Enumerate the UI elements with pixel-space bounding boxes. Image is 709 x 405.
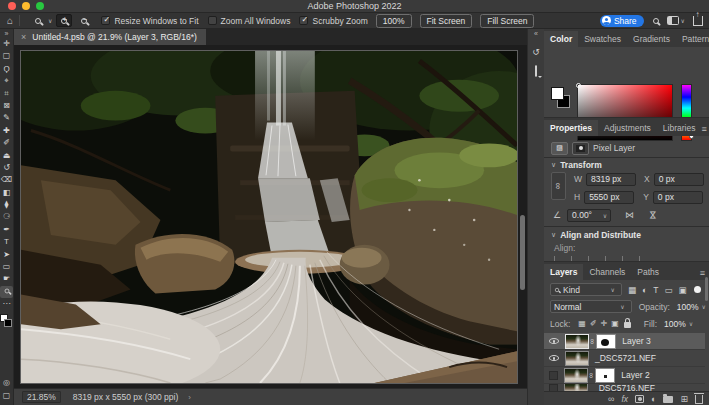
lock-position-icon[interactable]: ✛ bbox=[601, 319, 608, 328]
angle-field[interactable]: 0.00° ∨ bbox=[567, 209, 611, 222]
zoom-all-windows-checkbox[interactable]: Zoom All Windows bbox=[208, 16, 291, 26]
document-tab[interactable]: × Untitled-4.psb @ 21.9% (Layer 3, RGB/1… bbox=[14, 29, 206, 45]
lock-artboard-icon[interactable]: ▣ bbox=[611, 319, 619, 328]
flip-vertical-icon[interactable]: ⋈ bbox=[648, 211, 658, 220]
zoom-out-button[interactable]: − bbox=[76, 14, 92, 27]
tab-patterns[interactable]: Patterns bbox=[676, 31, 709, 47]
layer-thumbnail[interactable] bbox=[564, 368, 588, 383]
crop-tool[interactable]: ⌗ bbox=[0, 88, 13, 100]
tab-libraries[interactable]: Libraries bbox=[657, 120, 702, 136]
dodge-tool[interactable]: ⚆ bbox=[0, 211, 13, 223]
comments-panel-icon[interactable] bbox=[535, 66, 537, 76]
filter-pixel-layers-icon[interactable]: ▦ bbox=[628, 285, 636, 295]
lock-pixels-icon[interactable]: ✐ bbox=[590, 319, 597, 328]
path-selection-tool[interactable]: ➤ bbox=[0, 249, 13, 261]
pen-tool[interactable]: ✒ bbox=[0, 224, 13, 236]
marquee-tool[interactable]: ▢ bbox=[0, 50, 13, 62]
panel-menu-icon[interactable]: ≡ bbox=[700, 268, 705, 278]
quick-mask-button[interactable]: ◎ bbox=[0, 377, 13, 389]
document-canvas[interactable] bbox=[20, 50, 518, 384]
home-icon[interactable]: ⌂ bbox=[7, 15, 13, 26]
layer-mask-thumbnail[interactable] bbox=[595, 368, 615, 383]
link-layers-icon[interactable]: ∞ bbox=[608, 394, 614, 404]
brush-tool[interactable]: ✐ bbox=[0, 137, 13, 149]
share-button[interactable]: Share bbox=[600, 15, 644, 27]
new-adjustment-layer-icon[interactable]: ◐ bbox=[651, 394, 656, 404]
status-chevron-icon[interactable]: › bbox=[188, 393, 191, 402]
tab-gradients[interactable]: Gradients bbox=[627, 31, 676, 47]
tab-swatches[interactable]: Swatches bbox=[578, 31, 627, 47]
layer-row-layer2[interactable]: ∞ Layer 2 bbox=[544, 367, 705, 384]
y-field[interactable]: 0 px bbox=[653, 191, 703, 204]
zoom-level-field[interactable]: 21.85% bbox=[22, 391, 61, 403]
expand-toolbar-icon[interactable]: » bbox=[5, 29, 9, 38]
eyedropper-tool[interactable]: ✎ bbox=[0, 112, 13, 124]
search-button[interactable] bbox=[653, 18, 659, 24]
blur-tool[interactable]: ⧫ bbox=[0, 199, 13, 211]
shape-tool[interactable]: ▭ bbox=[0, 261, 13, 273]
add-layer-mask-icon[interactable] bbox=[635, 395, 644, 403]
eraser-tool[interactable]: ⌫ bbox=[0, 174, 13, 186]
tab-properties[interactable]: Properties bbox=[544, 120, 598, 136]
layer-name[interactable]: Layer 3 bbox=[622, 336, 650, 346]
collapse-panels-icon[interactable]: « bbox=[534, 29, 538, 38]
type-tool[interactable]: T bbox=[0, 236, 13, 248]
layer-style-fx-icon[interactable]: fx bbox=[621, 394, 628, 404]
history-brush-tool[interactable]: ↺ bbox=[0, 162, 13, 174]
x-field[interactable]: 0 px bbox=[654, 173, 704, 186]
blend-mode-dropdown[interactable]: Normal ∨ bbox=[550, 300, 632, 313]
layer-name[interactable]: _DSC5721.NEF bbox=[595, 353, 656, 363]
tab-adjustments[interactable]: Adjustments bbox=[598, 120, 657, 136]
fit-screen-button[interactable]: Fit Screen bbox=[420, 14, 473, 28]
tab-paths[interactable]: Paths bbox=[631, 264, 665, 280]
layer-thumbnail[interactable] bbox=[565, 334, 589, 349]
fill-value-dropdown[interactable]: 100% ∨ bbox=[664, 319, 696, 329]
edit-toolbar-icon[interactable]: ⋯ bbox=[0, 298, 13, 310]
object-selection-tool[interactable]: ⌖ bbox=[0, 75, 13, 87]
layer-row-layer3[interactable]: ∞ Layer 3 bbox=[544, 333, 705, 350]
filter-toggle-switch[interactable] bbox=[694, 286, 701, 293]
screen-mode-button[interactable]: ▢ bbox=[0, 390, 13, 402]
tab-layers[interactable]: Layers bbox=[544, 264, 583, 280]
resize-windows-to-fit-checkbox[interactable]: Resize Windows to Fit bbox=[101, 16, 198, 26]
lasso-tool[interactable]: Ϙ bbox=[0, 63, 13, 75]
new-layer-icon[interactable]: ⊞ bbox=[680, 394, 688, 404]
zoom-in-button[interactable]: + bbox=[56, 14, 72, 27]
canvas-area[interactable] bbox=[14, 45, 527, 388]
chevron-down-icon[interactable]: ∨ bbox=[603, 212, 607, 219]
pixel-layer-icon[interactable]: ▨ bbox=[551, 142, 568, 155]
tab-color[interactable]: Color bbox=[544, 31, 578, 47]
filter-smart-objects-icon[interactable]: ▣ bbox=[678, 285, 686, 295]
scrubby-zoom-checkbox[interactable]: Scrubby Zoom bbox=[299, 16, 367, 26]
fill-screen-button[interactable]: Fill Screen bbox=[480, 14, 534, 28]
filter-shape-layers-icon[interactable]: ▭ bbox=[664, 285, 672, 295]
layers-scrollbar[interactable] bbox=[705, 277, 708, 301]
delete-layer-icon[interactable] bbox=[695, 395, 703, 404]
close-document-icon[interactable]: × bbox=[21, 32, 26, 42]
lock-transparency-icon[interactable]: ▦ bbox=[578, 319, 586, 328]
zoom-tool-icon[interactable] bbox=[30, 14, 46, 27]
flip-horizontal-icon[interactable]: ⋈ bbox=[625, 210, 634, 220]
workspace-switcher-button[interactable]: ∨ bbox=[667, 16, 685, 25]
height-field[interactable]: 5550 px bbox=[584, 191, 634, 204]
color-picker-handle[interactable] bbox=[576, 83, 581, 88]
new-group-icon[interactable] bbox=[663, 396, 673, 403]
healing-brush-tool[interactable]: ✚ bbox=[0, 125, 13, 137]
zoom-tool-selected[interactable] bbox=[0, 286, 13, 298]
tab-channels[interactable]: Channels bbox=[583, 264, 631, 280]
layer-name[interactable]: Layer 2 bbox=[621, 370, 649, 380]
visibility-eye-icon[interactable] bbox=[549, 338, 559, 344]
frame-tool[interactable]: ⊠ bbox=[0, 100, 13, 112]
width-field[interactable]: 8319 px bbox=[586, 173, 636, 186]
history-panel-icon[interactable]: ↺ bbox=[532, 47, 540, 57]
export-share-icon[interactable] bbox=[693, 16, 703, 26]
transform-section-header[interactable]: ∨ Transform bbox=[544, 159, 709, 171]
mask-properties-icon[interactable] bbox=[572, 142, 589, 155]
gradient-tool[interactable]: ◧ bbox=[0, 187, 13, 199]
layer-thumbnail[interactable] bbox=[565, 351, 589, 366]
clone-stamp-tool[interactable]: ⏏ bbox=[0, 150, 13, 162]
layer-mask-thumbnail[interactable] bbox=[596, 334, 616, 349]
canvas-vertical-scrollbar[interactable] bbox=[520, 215, 525, 290]
align-section-header[interactable]: ∨ Align and Distribute bbox=[544, 229, 709, 241]
visibility-eye-icon[interactable] bbox=[549, 355, 559, 361]
